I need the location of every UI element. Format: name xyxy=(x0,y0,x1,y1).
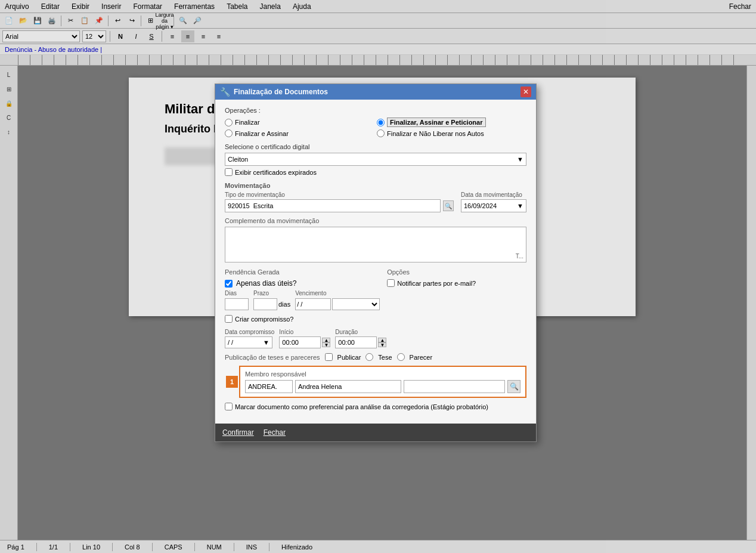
data-value: 16/09/2024 xyxy=(464,202,497,209)
membro-code-field: ANDREA. xyxy=(245,380,293,393)
dias-field: Dias xyxy=(225,290,249,310)
inicio-spinner: ▲ ▼ xyxy=(322,338,330,347)
complemento-area[interactable]: T... xyxy=(225,227,526,262)
duracao-field[interactable]: 00:00 xyxy=(335,336,377,348)
criar-compromisso-row: Criar compromisso? xyxy=(225,315,526,323)
op2-label: Finalizar e Assinar xyxy=(235,130,289,137)
cert-label: Selecione o certificado digital xyxy=(225,143,526,150)
data-compromisso-row: / / ▼ xyxy=(225,336,274,348)
tipo-field: 920015 Escrita xyxy=(225,199,441,212)
tipo-name: Escrita xyxy=(253,202,274,209)
data-compromisso-value: / / xyxy=(228,339,233,346)
prazo-field: Prazo dias xyxy=(253,290,290,310)
op1-label: Finalizar xyxy=(235,119,260,126)
apenas-dias-uteis-label: Apenas dias úteis? xyxy=(236,279,296,288)
dias-prazo-row: Dias Prazo dias Vencimento xyxy=(225,290,380,310)
membro-extra-field[interactable] xyxy=(404,380,505,393)
tipo-search-btn[interactable]: 🔍 xyxy=(443,200,454,211)
op1-row: Finalizar xyxy=(225,118,374,127)
criar-compromisso-checkbox[interactable] xyxy=(225,315,233,323)
duracao-value: 00:00 xyxy=(338,339,355,346)
op4-row: Finalizar e Não Liberar nos Autos xyxy=(377,129,526,137)
data-compromisso-field[interactable]: / / ▼ xyxy=(225,336,272,348)
membro-row: ANDREA. Andrea Helena 🔍 xyxy=(245,380,520,393)
op3-radio[interactable] xyxy=(377,119,385,126)
inicio-label: Início xyxy=(279,329,330,335)
duracao-spin-down[interactable]: ▼ xyxy=(378,342,386,347)
dialog-titlebar: 🔧 Finalização de Documentos ✕ xyxy=(215,84,536,100)
dialog-close-button[interactable]: ✕ xyxy=(520,86,531,97)
cert-expired-checkbox[interactable] xyxy=(225,168,233,176)
notificar-checkbox[interactable] xyxy=(387,279,395,287)
movimentacao-label: Movimentação xyxy=(225,182,526,189)
corregedoria-checkbox[interactable] xyxy=(225,403,233,410)
cert-dropdown-icon: ▼ xyxy=(517,156,523,163)
duracao-spinner: ▲ ▼ xyxy=(378,338,386,347)
dias-unit: dias xyxy=(278,301,290,308)
inicio-row: 00:00 ▲ ▼ xyxy=(279,336,330,348)
data-field[interactable]: 16/09/2024 ▼ xyxy=(461,199,526,212)
data-col: Data da movimentação 16/09/2024 ▼ xyxy=(461,191,526,212)
vencimento-select[interactable] xyxy=(332,298,380,310)
pendencia-opcoes-grid: Pendência Gerada Apenas dias úteis? Dias… xyxy=(225,268,526,310)
opcoes-section: Opções Notificar partes por e-mail? xyxy=(387,268,526,310)
data-compromisso-dropdown: ▼ xyxy=(263,339,269,346)
op1-radio[interactable] xyxy=(225,119,233,126)
pendencia-section: Pendência Gerada Apenas dias úteis? Dias… xyxy=(225,268,380,310)
confirmar-button[interactable]: Confirmar xyxy=(222,428,254,437)
tipo-field-row: 920015 Escrita 🔍 xyxy=(225,199,454,212)
apenas-dias-uteis-checkbox[interactable] xyxy=(225,280,233,288)
corregedoria-label: Marcar documento como preferencial para … xyxy=(235,403,488,410)
dialog-finalizacao: 🔧 Finalização de Documentos ✕ Operações … xyxy=(215,84,537,442)
membro-section: Membro responsável ANDREA. Andrea Helena… xyxy=(239,366,526,398)
membro-code-value: ANDREA. xyxy=(248,383,277,390)
pendencia-title: Pendência Gerada xyxy=(225,268,380,276)
op4-radio[interactable] xyxy=(377,129,385,137)
step-indicator: 1 xyxy=(226,376,238,388)
dias-input[interactable] xyxy=(225,298,249,310)
membro-name-field: Andrea Helena xyxy=(295,380,401,393)
duracao-label: Duração xyxy=(335,329,386,335)
vencimento-row xyxy=(295,298,380,310)
dialog-title-text: Finalização de Documentos xyxy=(234,88,328,96)
inicio-field[interactable]: 00:00 xyxy=(279,336,321,348)
tipo-code: 920015 xyxy=(228,202,250,209)
movimentacao-row: Tipo de movimentação 920015 Escrita 🔍 Da… xyxy=(225,191,526,212)
duracao-col: Duração 00:00 ▲ ▼ xyxy=(335,329,386,348)
cert-expired-label: Exibir certificados expirados xyxy=(235,169,317,176)
vencimento-field: Vencimento xyxy=(295,290,380,310)
publicacao-label: Publicação de teses e pareceres xyxy=(225,354,320,361)
modal-overlay: 🔧 Finalização de Documentos ✕ Operações … xyxy=(0,0,756,553)
data-compromisso-label: Data compromisso xyxy=(225,329,274,335)
vencimento-label: Vencimento xyxy=(295,290,380,296)
data-dropdown-icon: ▼ xyxy=(517,202,523,209)
cert-select[interactable]: Cleiton ▼ xyxy=(225,153,526,166)
tipo-col: Tipo de movimentação 920015 Escrita 🔍 xyxy=(225,191,454,212)
membro-search-btn[interactable]: 🔍 xyxy=(507,380,520,393)
dias-label: Dias xyxy=(225,290,249,296)
inicio-spin-down[interactable]: ▼ xyxy=(322,342,330,347)
parecer-radio[interactable] xyxy=(397,353,405,361)
pendencia-row: Apenas dias úteis? xyxy=(225,279,380,288)
complemento-label: Complemento da movimentação xyxy=(225,217,526,224)
criar-compromisso-label: Criar compromisso? xyxy=(235,316,293,323)
inicio-col: Início 00:00 ▲ ▼ xyxy=(279,329,330,348)
criar-compromisso-section: Criar compromisso? Data compromisso / / … xyxy=(225,315,526,348)
inicio-value: 00:00 xyxy=(282,339,299,346)
compromisso-details-row: Data compromisso / / ▼ Início 00:0 xyxy=(225,329,526,348)
op3-label: Finalizar, Assinar e Peticionar xyxy=(387,118,486,127)
prazo-input[interactable] xyxy=(253,298,277,310)
tese-radio[interactable] xyxy=(365,353,373,361)
complemento-t-btn[interactable]: T... xyxy=(516,253,523,259)
cert-select-inner: Cleiton ▼ xyxy=(228,156,523,163)
publicacao-section: Publicação de teses e pareceres Publicar… xyxy=(225,353,526,361)
fechar-button[interactable]: Fechar xyxy=(264,428,286,437)
publicar-checkbox[interactable] xyxy=(325,353,333,361)
membro-label: Membro responsável xyxy=(245,370,520,378)
op2-radio[interactable] xyxy=(225,129,233,137)
opcoes-title: Opções xyxy=(387,268,526,276)
op2-row: Finalizar e Assinar xyxy=(225,129,374,137)
vencimento-input[interactable] xyxy=(295,298,331,310)
corregedoria-row: Marcar documento como preferencial para … xyxy=(225,403,526,410)
op4-label: Finalizar e Não Liberar nos Autos xyxy=(387,130,484,137)
